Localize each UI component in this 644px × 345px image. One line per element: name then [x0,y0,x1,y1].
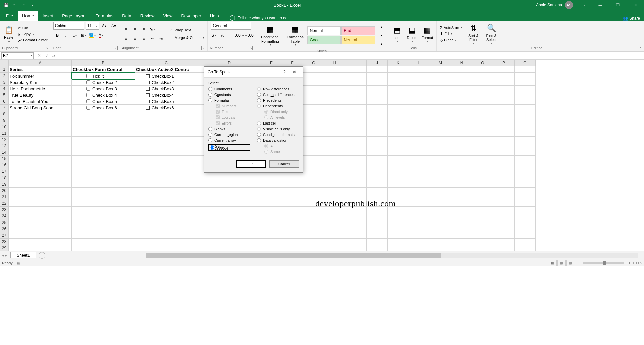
cell[interactable] [303,149,324,156]
align-middle-icon[interactable]: ≡ [131,26,139,33]
cell[interactable] [472,86,493,92]
cell[interactable] [72,194,135,200]
cell[interactable] [409,130,430,137]
help-icon[interactable]: ? [279,69,289,75]
cell[interactable] [261,239,282,245]
cell[interactable] [198,213,261,219]
col-header[interactable]: F [282,60,303,66]
cell[interactable] [472,156,493,162]
cell[interactable] [515,188,536,194]
cell[interactable] [282,213,303,219]
style-normal[interactable]: Normal [307,26,341,35]
cell[interactable] [72,130,135,137]
copy-button[interactable]: ⎘Copy [17,31,49,37]
cell[interactable] [261,181,282,188]
align-right-icon[interactable]: ≡ [140,35,148,42]
cell[interactable] [515,98,536,105]
cell[interactable]: Series [9,66,72,73]
page-break-view-icon[interactable]: ▤ [566,260,574,266]
col-header[interactable]: I [345,60,367,66]
cell[interactable] [282,181,303,188]
cell[interactable] [367,130,388,137]
avatar[interactable]: AS [565,1,573,9]
cell[interactable] [324,137,345,143]
activex-checkbox[interactable] [146,74,150,78]
cell[interactable] [345,162,367,168]
cell[interactable] [388,143,409,149]
cell[interactable] [324,130,345,137]
cell[interactable] [282,232,303,239]
close-icon[interactable]: ✕ [289,69,300,75]
cell[interactable]: True Beauty [9,92,72,98]
cell[interactable] [261,200,282,207]
tab-view[interactable]: View [159,11,177,21]
cell[interactable] [388,168,409,175]
sheet-tab[interactable]: Sheet1 [10,252,36,258]
cell[interactable] [409,188,430,194]
cell[interactable] [430,213,451,219]
add-sheet-icon[interactable]: + [39,252,45,259]
ok-button[interactable]: OK [236,160,266,168]
tab-page-layout[interactable]: Page Layout [58,11,91,21]
cell[interactable] [303,245,324,251]
cell[interactable] [388,79,409,86]
cell[interactable] [493,66,515,73]
share-button[interactable]: 👥 Share [623,16,640,21]
cell[interactable] [388,92,409,98]
radio-blanks[interactable]: Blanks [208,127,250,131]
select-all-corner[interactable] [0,60,9,66]
name-box[interactable]: B2 [1,52,34,59]
cell[interactable] [472,232,493,239]
cell[interactable]: Secretary Kim [9,79,72,86]
cell[interactable] [367,117,388,124]
close-icon[interactable]: ✕ [628,0,643,10]
cell[interactable] [388,162,409,168]
cell[interactable] [72,188,135,194]
cell[interactable] [345,130,367,137]
col-header[interactable]: C [135,60,198,66]
activex-checkbox[interactable] [146,81,150,84]
cell[interactable] [135,130,198,137]
ribbon-options-icon[interactable]: ▭ [576,0,590,10]
cell[interactable] [261,245,282,251]
col-header[interactable]: K [388,60,409,66]
cell[interactable] [472,245,493,251]
cell[interactable] [303,111,324,117]
align-bottom-icon[interactable]: ≡ [140,26,148,33]
tab-developer[interactable]: Developer [177,11,205,21]
cell[interactable] [324,73,345,79]
cell[interactable] [367,73,388,79]
cell[interactable] [388,111,409,117]
cell[interactable] [430,92,451,98]
cell[interactable] [493,124,515,130]
cell[interactable] [493,105,515,111]
cell[interactable] [367,86,388,92]
cell[interactable] [345,168,367,175]
cell[interactable] [472,219,493,226]
cell[interactable] [282,200,303,207]
cell[interactable] [72,156,135,162]
cell[interactable] [9,111,72,117]
cell[interactable] [388,130,409,137]
cell[interactable] [9,130,72,137]
cell[interactable] [345,245,367,251]
cell[interactable] [430,162,451,168]
cell[interactable] [451,175,472,181]
cell[interactable] [345,79,367,86]
cell[interactable] [345,188,367,194]
cell[interactable] [367,232,388,239]
radio-objects[interactable]: Objects [208,144,250,151]
cell[interactable] [9,181,72,188]
cell[interactable] [451,92,472,98]
cell[interactable] [324,111,345,117]
cell[interactable] [451,105,472,111]
cell[interactable] [198,239,261,245]
insert-button[interactable]: ⬒Insert [390,24,404,43]
row-header[interactable]: 10 [0,124,9,130]
cell[interactable] [409,200,430,207]
cell[interactable] [135,137,198,143]
format-button[interactable]: ▦Format [420,24,434,43]
tab-review[interactable]: Review [136,11,159,21]
cell[interactable] [324,162,345,168]
cell[interactable] [451,143,472,149]
